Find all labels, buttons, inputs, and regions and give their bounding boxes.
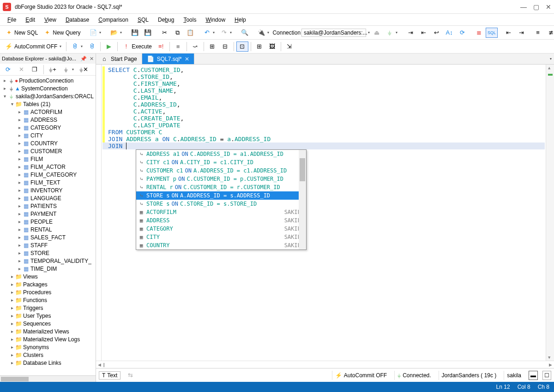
menu-view[interactable]: View xyxy=(41,16,60,24)
menu-file[interactable]: File xyxy=(4,16,20,24)
indent-right-button[interactable]: ⇥ xyxy=(515,28,527,38)
schema-folder[interactable]: ▸📁Synonyms xyxy=(0,343,96,351)
redo-button[interactable]: ↷▾ xyxy=(218,28,234,38)
commit-button[interactable]: 🛢▾ xyxy=(69,42,85,52)
overview-ruler[interactable]: ▲ ▼ xyxy=(546,65,554,361)
table-node[interactable]: ▸▦FILM_CATEGORY xyxy=(0,171,96,178)
execute-step-button[interactable]: ≡! xyxy=(155,42,167,52)
filter-button[interactable]: ⏚▾ xyxy=(60,65,76,75)
panel-close-button[interactable]: ✕ xyxy=(90,56,94,62)
autocomplete-item[interactable]: ⤷STORE s ON A.ADDRESS_ID = s.ADDRESS_ID xyxy=(136,191,306,200)
table-node[interactable]: ▸▦CITY xyxy=(0,131,96,139)
stop-button[interactable]: ■ xyxy=(172,42,184,52)
step-over-button[interactable]: ⤻ xyxy=(189,42,201,52)
tables-folder[interactable]: ▾📁Tables (21) xyxy=(0,100,96,108)
autocomplete-popup[interactable]: ⤷ADDRESS a1 ON C.ADDRESS_ID = a1.ADDRESS… xyxy=(136,149,307,250)
maximize-button[interactable]: ▢ xyxy=(533,3,539,11)
table-node[interactable]: ▸▦PATIENTS xyxy=(0,202,96,210)
tab-sql-file[interactable]: 📄SQL7.sql*✕ xyxy=(142,53,194,64)
menu-edit[interactable]: Edit xyxy=(22,16,39,24)
cut-button[interactable]: ✂ xyxy=(158,28,170,38)
new-connection-button[interactable]: ⏚+ xyxy=(47,65,59,75)
autocomplete-item[interactable]: ⤷ADDRESS a1 ON C.ADDRESS_ID = a1.ADDRESS… xyxy=(136,150,306,158)
pin-icon[interactable]: 📌 xyxy=(80,56,87,62)
open-button[interactable]: 📂▾ xyxy=(108,28,124,38)
close-button[interactable]: ✕ xyxy=(546,3,551,11)
refresh-button[interactable]: ⟳ xyxy=(456,28,468,38)
schema-folder[interactable]: ▸📁Sequences xyxy=(0,320,96,327)
sql-mode-button[interactable]: SQL xyxy=(486,28,498,38)
deactivate-button[interactable]: ⏏ xyxy=(371,28,383,38)
editor-horizontal-scrollbar[interactable]: ◀ ‖ ▶ xyxy=(96,361,554,368)
autocomplete-item[interactable]: ▦COUNTRYSAKILA xyxy=(136,241,306,249)
schema-folder[interactable]: ▸📁Views xyxy=(0,273,96,280)
menu-window[interactable]: Window xyxy=(202,16,229,24)
minimize-button[interactable]: — xyxy=(520,3,527,11)
connection-node[interactable]: ▸⏚●ProductionConnection xyxy=(0,77,96,84)
new-file-button[interactable]: 📄▾ xyxy=(87,28,103,38)
schema-folder[interactable]: ▸📁Materialized View Logs xyxy=(0,335,96,343)
table-node[interactable]: ▸▦CATEGORY xyxy=(0,124,96,131)
autocomplete-item[interactable]: ⤷RENTAL r ON C.CUSTOMER_ID = r.CUSTOMER_… xyxy=(136,183,306,191)
schema-folder[interactable]: ▸📁User Types xyxy=(0,312,96,320)
table-node[interactable]: ▸▦PEOPLE xyxy=(0,218,96,226)
table-node[interactable]: ▸▦STAFF xyxy=(0,241,96,249)
table-node[interactable]: ▸▦TIME_DIM xyxy=(0,265,96,273)
autocomplete-item[interactable]: ⤷STORE s ON C.STORE_ID = s.STORE_ID xyxy=(136,200,306,208)
save-all-button[interactable]: 💾 xyxy=(142,28,154,38)
table-node[interactable]: ▸▦INVENTORY xyxy=(0,186,96,194)
table-node[interactable]: ▸▦RENTAL xyxy=(0,226,96,233)
table-node[interactable]: ▸▦PAYMENT xyxy=(0,210,96,218)
connection-node[interactable]: ▾⏚sakila@JordanSanders:ORACL xyxy=(0,92,96,100)
horizontal-scrollbar[interactable] xyxy=(0,375,96,382)
comment-button[interactable]: ≡ xyxy=(532,28,544,38)
case-button[interactable]: A↕ xyxy=(443,28,455,38)
sql-editor[interactable]: SELECT C.CUSTOMER_ID, C.STORE_ID, C.FIRS… xyxy=(96,65,554,361)
schema-folder[interactable]: ▸📁Materialized Views xyxy=(0,327,96,335)
profile-button[interactable]: ⊟ xyxy=(219,42,231,52)
schema-folder[interactable]: ▸📁Functions xyxy=(0,296,96,304)
tabs-overflow-button[interactable]: ▾ xyxy=(547,55,554,62)
connection-picker-button[interactable]: 🔌▾ xyxy=(255,28,271,38)
undo-button[interactable]: ↶▾ xyxy=(201,28,217,38)
explorer-tree[interactable]: ▸⏚●ProductionConnection ▸⏚▲SystemConnect… xyxy=(0,76,96,375)
schema-folder[interactable]: ▸📁Triggers xyxy=(0,304,96,312)
format-button[interactable]: ≣ xyxy=(473,28,485,38)
export-button[interactable]: ⇲ xyxy=(283,42,295,52)
table-node[interactable]: ▸▦FILM_TEXT xyxy=(0,178,96,186)
new-query-button[interactable]: ✦New Query xyxy=(41,28,83,38)
rollback-button[interactable]: 🛢 xyxy=(86,42,98,52)
copy-button[interactable]: ⧉ xyxy=(171,28,183,38)
close-tab-icon[interactable]: ✕ xyxy=(185,56,189,62)
results-image-button[interactable]: 🖼 xyxy=(266,42,278,52)
outdent-button[interactable]: ⇤ xyxy=(417,28,429,38)
autocomplete-item[interactable]: ▦ACTORFILMSAKILA xyxy=(136,208,306,216)
split-button[interactable]: ⇆ xyxy=(124,370,136,380)
table-node[interactable]: ▸▦STORE xyxy=(0,249,96,257)
save-button[interactable]: 💾 xyxy=(129,28,141,38)
connection-node[interactable]: ▸⏚▲SystemConnection xyxy=(0,84,96,92)
autocomplete-item[interactable]: ⤷CITY c1 ON A.CITY_ID = c1.CITY_ID xyxy=(136,158,306,166)
autocomplete-item[interactable]: ⤷PAYMENT p ON C.CUSTOMER_ID = p.CUSTOMER… xyxy=(136,175,306,183)
wrap-button[interactable]: ↩ xyxy=(430,28,442,38)
disconnect-button[interactable]: ⏚✕ xyxy=(78,65,90,75)
menu-database[interactable]: Database xyxy=(62,16,93,24)
results-grid-button[interactable]: ⊞ xyxy=(253,42,265,52)
grid-mode-button[interactable]: ⊡ xyxy=(236,42,248,52)
autocomplete-scrollbar[interactable] xyxy=(299,150,306,249)
autocomplete-item[interactable]: ⤷CUSTOMER c1 ON A.ADDRESS_ID = c1.ADDRES… xyxy=(136,166,306,175)
autocomplete-item[interactable]: ▦ADDRESSSAKILA xyxy=(136,216,306,225)
table-node[interactable]: ▸▦FILM xyxy=(0,155,96,163)
windows-button[interactable]: ❐ xyxy=(29,65,41,75)
indent-button[interactable]: ⇥ xyxy=(404,28,416,38)
table-node[interactable]: ▸▦TEMPORAL_VALIDITY_ xyxy=(0,257,96,265)
refresh-tree-button[interactable]: ⟳ xyxy=(2,65,14,75)
find-button[interactable]: 🔍 xyxy=(239,28,251,38)
schema-folder[interactable]: ▸📁Database Links xyxy=(0,359,96,367)
autocomplete-item[interactable]: ▦CATEGORYSAKILA xyxy=(136,225,306,233)
tab-start-page[interactable]: ⌂Start Page xyxy=(96,53,142,64)
view-toggle-1[interactable]: ▬ xyxy=(529,371,538,380)
schema-folder[interactable]: ▸📁Procedures xyxy=(0,288,96,296)
menu-help[interactable]: Help xyxy=(231,16,250,24)
connection-combo[interactable]: sakila@JordanSanders:...▾ xyxy=(301,29,366,37)
